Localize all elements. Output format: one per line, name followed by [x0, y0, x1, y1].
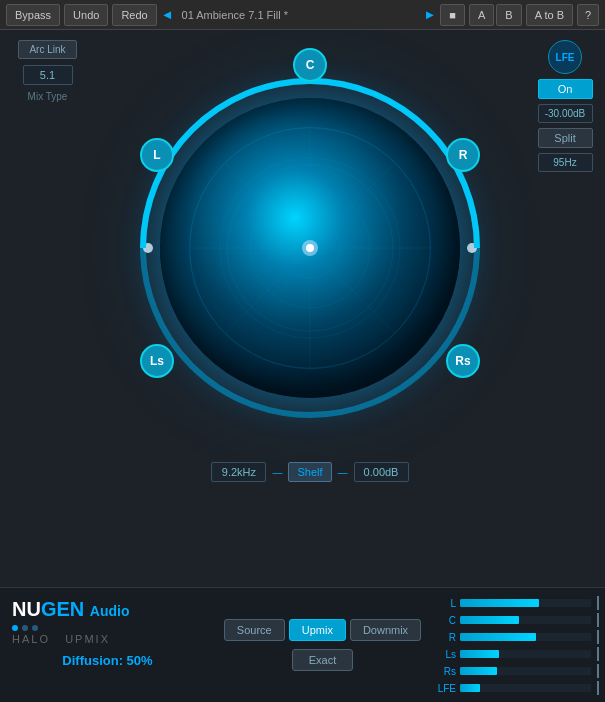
mode-buttons-row: Source Upmix Downmix: [224, 619, 421, 641]
svg-point-3: [280, 218, 340, 278]
channel-label-Ls[interactable]: Ls: [140, 344, 174, 378]
meter-row: Rs: [436, 664, 599, 678]
back-arrow-icon[interactable]: ◄: [161, 7, 174, 22]
meter-tick: [597, 681, 599, 695]
lfe-db-box: -30.00dB: [538, 104, 593, 123]
svg-point-2: [250, 188, 370, 308]
lfe-label: LFE: [548, 40, 582, 74]
meter-bar-bg: [460, 599, 591, 607]
downmix-button[interactable]: Downmix: [350, 619, 421, 641]
bottom-controls: 9.2kHz — Shelf — 0.00dB: [95, 462, 525, 482]
meter-bar-fill: [460, 667, 497, 675]
brand-nu: NU: [12, 598, 41, 620]
meter-row: LFE: [436, 681, 599, 695]
ab-group: A B: [469, 4, 522, 26]
db-box[interactable]: 0.00dB: [354, 462, 409, 482]
a-button[interactable]: A: [469, 4, 494, 26]
mix-type-label: Mix Type: [28, 91, 68, 102]
undo-button[interactable]: Undo: [64, 4, 108, 26]
meter-bar-fill: [460, 650, 499, 658]
meter-bar-bg: [460, 633, 591, 641]
meter-bar-bg: [460, 650, 591, 658]
exact-row: Exact: [292, 649, 354, 671]
meter-row: C: [436, 613, 599, 627]
meter-tick: [597, 613, 599, 627]
meters-panel: LCRLsRsLFE: [430, 588, 605, 702]
svg-point-8: [302, 240, 318, 256]
meter-bar-fill: [460, 684, 480, 692]
meter-bar-fill: [460, 616, 519, 624]
meter-row: L: [436, 596, 599, 610]
meter-tick: [597, 647, 599, 661]
channel-label-Rs[interactable]: Rs: [446, 344, 480, 378]
meter-label-R: R: [436, 632, 456, 643]
meter-label-L: L: [436, 598, 456, 609]
brand-dot-3: [32, 625, 38, 631]
meter-bar-bg: [460, 667, 591, 675]
meter-bar-fill: [460, 633, 536, 641]
brand-name: NUGEN Audio: [12, 598, 203, 621]
svg-point-0: [190, 128, 430, 368]
arrow-icon-right: —: [338, 467, 348, 478]
brand-dot-1: [12, 625, 18, 631]
svg-line-6: [225, 163, 395, 333]
meter-label-Rs: Rs: [436, 666, 456, 677]
channel-label-R[interactable]: R: [446, 138, 480, 172]
meter-row: Ls: [436, 647, 599, 661]
meter-label-C: C: [436, 615, 456, 626]
sphere-grid: [160, 98, 460, 398]
shelf-button[interactable]: Shelf: [288, 462, 331, 482]
play-button[interactable]: ►: [423, 7, 436, 22]
brand-dot-2: [22, 625, 28, 631]
freq-box[interactable]: 9.2kHz: [211, 462, 266, 482]
nugen-brand: NUGEN Audio HALO UPMIX: [12, 598, 203, 645]
meter-label-LFE: LFE: [436, 683, 456, 694]
meter-tick: [597, 664, 599, 678]
upmix-button[interactable]: Upmix: [289, 619, 346, 641]
source-button[interactable]: Source: [224, 619, 285, 641]
meter-tick: [597, 596, 599, 610]
rec-button[interactable]: ■: [440, 4, 465, 26]
redo-button[interactable]: Redo: [112, 4, 156, 26]
mix-type-value: 5.1: [23, 65, 73, 85]
brand-audio: Audio: [90, 603, 130, 619]
lfe-on-button[interactable]: On: [538, 79, 593, 99]
help-button[interactable]: ?: [577, 4, 599, 26]
exact-button[interactable]: Exact: [292, 649, 354, 671]
meter-bar-bg: [460, 616, 591, 624]
arrow-icon-left: —: [272, 467, 282, 478]
atob-button[interactable]: A to B: [526, 4, 573, 26]
brand-dots: [12, 625, 203, 631]
bottom-center: Source Upmix Downmix Exact: [215, 588, 430, 702]
b-button[interactable]: B: [496, 4, 521, 26]
diffusion-display: Diffusion: 50%: [12, 653, 203, 668]
bottom-bar: NUGEN Audio HALO UPMIX Diffusion: 50% So…: [0, 587, 605, 702]
top-bar: Bypass Undo Redo ◄ 01 Ambience 7.1 Fill …: [0, 0, 605, 30]
brand-gen: GEN: [41, 598, 84, 620]
lfe-freq-box: 95Hz: [538, 153, 593, 172]
inner-sphere: [160, 98, 460, 398]
track-name: 01 Ambience 7.1 Fill *: [182, 9, 288, 21]
bottom-left: NUGEN Audio HALO UPMIX Diffusion: 50%: [0, 588, 215, 702]
meter-bar-bg: [460, 684, 591, 692]
meter-tick: [597, 630, 599, 644]
svg-point-1: [220, 158, 400, 338]
channel-label-C[interactable]: C: [293, 48, 327, 82]
bypass-button[interactable]: Bypass: [6, 4, 60, 26]
brand-sub: HALO UPMIX: [12, 633, 203, 645]
meter-label-Ls: Ls: [436, 649, 456, 660]
sphere-container: C L R Ls Rs: [120, 38, 500, 458]
meter-row: R: [436, 630, 599, 644]
meter-bar-fill: [460, 599, 539, 607]
svg-line-7: [225, 163, 395, 333]
svg-point-9: [306, 244, 314, 252]
lfe-split-button[interactable]: Split: [538, 128, 593, 148]
arc-link-button[interactable]: Arc Link: [18, 40, 76, 59]
channel-label-L[interactable]: L: [140, 138, 174, 172]
